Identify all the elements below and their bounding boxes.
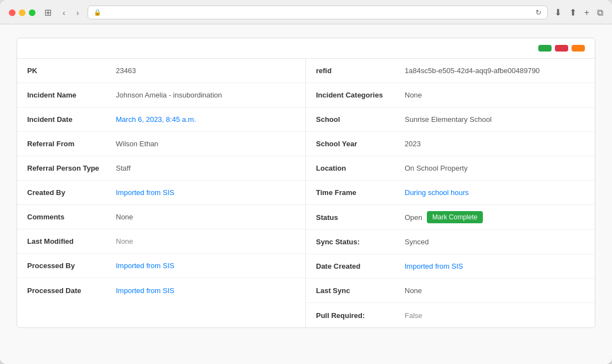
browser-actions: ⬇ ⬆ + ⧉ — [554, 7, 603, 18]
detail-label: Location — [316, 164, 405, 172]
detail-value: None — [116, 237, 133, 245]
detail-value: None — [405, 91, 422, 99]
table-row: Incident DateMarch 6, 2023, 8:45 a.m. — [17, 107, 305, 132]
detail-label: Processed By — [27, 262, 116, 270]
table-row: Pull Required:False — [306, 303, 595, 327]
table-row: Referral Person TypeStaff — [17, 156, 305, 181]
table-row: Incident CategoriesNone — [306, 83, 595, 107]
table-row: LocationOn School Property — [306, 156, 595, 181]
detail-value: None — [116, 213, 133, 221]
forward-button[interactable]: › — [74, 7, 81, 18]
detail-value: Imported from SIS — [116, 188, 174, 197]
detail-label: Incident Categories — [316, 91, 405, 99]
detail-value: Sunrise Elementary School — [405, 115, 492, 124]
detail-label: Referral From — [27, 140, 116, 148]
detail-value: 23463 — [116, 66, 136, 75]
browser-window: ⊞ ‹ › 🔒 ↻ ⬇ ⬆ + ⧉ — [0, 0, 612, 364]
detail-label: Date Created — [316, 262, 405, 270]
detail-label: Status — [316, 213, 405, 222]
detail-value: False — [405, 311, 422, 320]
table-row: Processed DateImported from SIS — [17, 278, 305, 303]
edit-incident-button[interactable] — [538, 45, 552, 52]
detail-value: Imported from SIS — [116, 262, 174, 270]
card-header — [17, 38, 595, 59]
detail-label: School Year — [316, 140, 405, 148]
sidebar-toggle-button[interactable]: ⊞ — [44, 7, 52, 18]
card-actions — [538, 45, 585, 52]
detail-label: Time Frame — [316, 188, 405, 197]
detail-label: Incident Name — [27, 91, 116, 99]
detail-value: On School Property — [405, 164, 467, 172]
detail-label: Sync Status: — [316, 238, 405, 246]
detail-label: Created By — [27, 188, 116, 197]
detail-label: refid — [316, 66, 405, 75]
lock-icon: 🔒 — [94, 9, 101, 16]
detail-label: Last Sync — [316, 286, 405, 295]
detail-label: Last Modified — [27, 237, 116, 245]
cancel-hide-button[interactable] — [555, 45, 568, 52]
table-row: Processed ByImported from SIS — [17, 254, 305, 278]
detail-grid: PK23463Incident NameJohnson Amelia - ins… — [17, 59, 595, 327]
download-button[interactable]: ⬇ — [554, 7, 562, 18]
detail-value: 2023 — [405, 140, 421, 148]
detail-value: Wilson Ethan — [116, 140, 159, 148]
address-bar: 🔒 ↻ — [88, 6, 547, 19]
detail-value: Johnson Amelia - insubordination — [116, 91, 222, 99]
hard-pull-button[interactable] — [572, 45, 585, 52]
mark-complete-button[interactable]: Mark Complete — [427, 211, 483, 223]
detail-value: Synced — [405, 238, 429, 246]
table-row: Sync Status:Synced — [306, 230, 595, 254]
detail-label: Processed Date — [27, 286, 116, 295]
table-row: PK23463 — [17, 59, 305, 83]
share-button[interactable]: ⬆ — [569, 7, 577, 18]
detail-value: 1a84sc5b-e505-42d4-aqq9-afbe00489790 — [405, 66, 540, 75]
detail-value: None — [405, 286, 422, 295]
close-button[interactable] — [9, 9, 16, 16]
table-row: Incident NameJohnson Amelia - insubordin… — [17, 83, 305, 107]
table-row: SchoolSunrise Elementary School — [306, 107, 595, 132]
table-row: Referral FromWilson Ethan — [17, 132, 305, 156]
detail-label: Pull Required: — [316, 311, 405, 320]
table-row: Created ByImported from SIS — [17, 181, 305, 205]
table-row: Time FrameDuring school hours — [306, 181, 595, 205]
detail-label: Comments — [27, 213, 116, 221]
detail-value: Imported from SIS — [116, 286, 174, 295]
detail-value: Staff — [116, 164, 131, 172]
page-content: PK23463Incident NameJohnson Amelia - ins… — [0, 24, 612, 364]
traffic-lights — [9, 9, 35, 16]
left-column: PK23463Incident NameJohnson Amelia - ins… — [17, 59, 306, 327]
incident-card: PK23463Incident NameJohnson Amelia - ins… — [17, 38, 595, 328]
maximize-button[interactable] — [29, 9, 35, 16]
detail-label: School — [316, 115, 405, 124]
split-view-button[interactable]: ⧉ — [597, 8, 603, 18]
browser-chrome: ⊞ ‹ › 🔒 ↻ ⬇ ⬆ + ⧉ — [0, 0, 612, 24]
status-value: Open — [405, 213, 422, 222]
table-row: Last SyncNone — [306, 279, 595, 303]
new-tab-button[interactable]: + — [584, 8, 589, 18]
right-column: refid1a84sc5b-e505-42d4-aqq9-afbe0048979… — [306, 59, 595, 327]
status-container: OpenMark Complete — [405, 211, 483, 223]
table-row: School Year2023 — [306, 132, 595, 156]
table-row: Date CreatedImported from SIS — [306, 254, 595, 279]
detail-label: PK — [27, 66, 116, 75]
reload-button[interactable]: ↻ — [536, 8, 542, 17]
table-row: CommentsNone — [17, 205, 305, 229]
back-button[interactable]: ‹ — [60, 7, 68, 18]
table-row: StatusOpenMark Complete — [306, 205, 595, 230]
detail-value: During school hours — [405, 188, 469, 197]
detail-label: Incident Date — [27, 115, 116, 124]
table-row: Last ModifiedNone — [17, 229, 305, 254]
detail-label: Referral Person Type — [27, 164, 116, 172]
minimize-button[interactable] — [19, 9, 26, 16]
table-row: refid1a84sc5b-e505-42d4-aqq9-afbe0048979… — [306, 59, 595, 83]
detail-value: Imported from SIS — [405, 262, 463, 270]
detail-value: March 6, 2023, 8:45 a.m. — [116, 115, 196, 124]
